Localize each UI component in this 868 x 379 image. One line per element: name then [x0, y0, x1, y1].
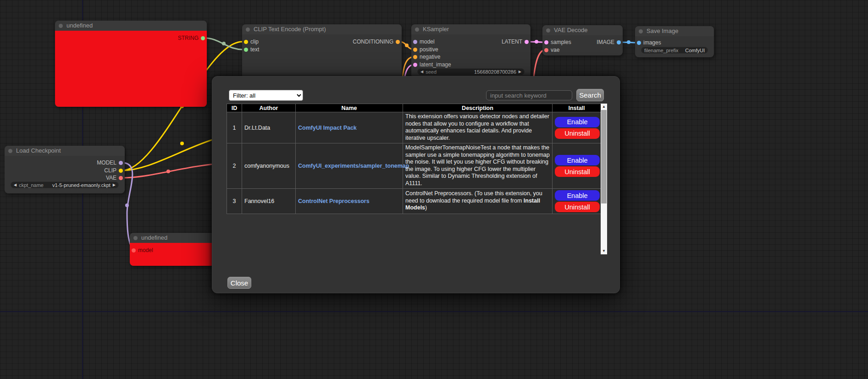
uninstall-button[interactable]: Uninstall: [555, 166, 600, 177]
latent-port-icon[interactable]: [525, 40, 529, 44]
header-name: Name: [296, 104, 403, 112]
increment-arrow-icon[interactable]: ▶: [519, 68, 521, 75]
input-slot-text[interactable]: text: [244, 46, 259, 53]
extensions-table: ID Author Name Description Install 1 Dr.…: [227, 104, 601, 214]
input-slot-images[interactable]: images: [637, 39, 661, 46]
node-title: CLIP Text Encode (Prompt): [254, 26, 326, 33]
input-slot-model[interactable]: model: [132, 247, 153, 254]
row-author: comfyanonymous: [242, 143, 296, 189]
clip-port-icon[interactable]: [119, 169, 123, 173]
filename-prefix-widget[interactable]: filename_prefix ComfyUI: [641, 47, 708, 54]
vae-port-icon[interactable]: [119, 176, 123, 180]
scrollbar-up-arrow-icon[interactable]: ▲: [601, 104, 607, 110]
row-author: Dr.Lt.Data: [242, 112, 296, 143]
row-id: 2: [227, 143, 242, 189]
input-slot-clip[interactable]: clip: [244, 38, 259, 45]
enable-button[interactable]: Enable: [555, 117, 600, 127]
model-port-icon[interactable]: [132, 248, 136, 253]
node-graph-canvas[interactable]: undefined STRING CLIP Text Encode (Promp…: [0, 0, 868, 379]
row-id: 3: [227, 189, 242, 214]
input-slot-model[interactable]: model: [413, 38, 435, 45]
node-undefined-bottom[interactable]: undefined model: [130, 233, 215, 266]
collapse-dot-icon[interactable]: [8, 149, 12, 153]
table-row: 3 Fannovel16 ControlNet Preprocessors Co…: [227, 189, 601, 214]
table-row: 1 Dr.Lt.Data ComfyUI Impact Pack This ex…: [227, 112, 601, 143]
node-undefined-top[interactable]: undefined STRING: [55, 21, 207, 107]
model-port-icon[interactable]: [413, 40, 417, 44]
collapse-dot-icon[interactable]: [59, 24, 63, 28]
uninstall-button[interactable]: Uninstall: [555, 202, 600, 212]
scrollbar[interactable]: ▲ ▼: [601, 104, 607, 254]
node-title-bar[interactable]: Save Image: [635, 26, 714, 36]
input-slot-negative[interactable]: negative: [413, 53, 440, 60]
row-name-link[interactable]: ComfyUI_experiments/sampler_tonemap: [298, 163, 409, 169]
uninstall-button[interactable]: Uninstall: [555, 128, 600, 139]
collapse-dot-icon[interactable]: [415, 27, 419, 32]
input-slot-samples[interactable]: samples: [544, 38, 571, 46]
header-description: Description: [403, 104, 553, 112]
collapse-dot-icon[interactable]: [639, 29, 643, 33]
model-port-icon[interactable]: [119, 161, 123, 165]
node-ksampler[interactable]: KSampler model positive negative latent_…: [411, 24, 531, 78]
table-row: 2 comfyanonymous ComfyUI_experiments/sam…: [227, 143, 601, 189]
output-slot-conditioning[interactable]: CONDITIONING: [353, 38, 400, 45]
filter-select[interactable]: Filter: all: [229, 90, 303, 101]
conditioning-port-icon[interactable]: [413, 48, 417, 52]
scrollbar-down-arrow-icon[interactable]: ▼: [601, 248, 607, 254]
row-name-link[interactable]: ComfyUI Impact Pack: [298, 125, 357, 131]
conditioning-port-icon[interactable]: [396, 40, 400, 44]
string-port-icon[interactable]: [201, 36, 205, 40]
collapse-dot-icon[interactable]: [133, 236, 138, 240]
output-slot-model[interactable]: MODEL: [97, 159, 123, 166]
scrollbar-thumb[interactable]: [601, 110, 607, 203]
node-load-checkpoint[interactable]: Load Checkpoint MODEL CLIP VAE ◀ ckpt_na…: [5, 146, 125, 193]
extensions-table-body: 1 Dr.Lt.Data ComfyUI Impact Pack This ex…: [227, 112, 601, 214]
image-port-icon[interactable]: [637, 41, 641, 45]
decrement-arrow-icon[interactable]: ◀: [420, 68, 423, 75]
row-install-cell: Enable Uninstall: [553, 189, 601, 214]
header-install: Install: [553, 104, 601, 112]
enable-button[interactable]: Enable: [555, 190, 600, 201]
input-slot-positive[interactable]: positive: [413, 46, 438, 53]
node-title-bar[interactable]: undefined: [55, 21, 207, 31]
row-description: ModelSamplerTonemapNoiseTest a node that…: [403, 143, 553, 189]
row-install-cell: Enable Uninstall: [553, 143, 601, 189]
collapse-dot-icon[interactable]: [546, 28, 550, 33]
node-title-bar[interactable]: KSampler: [411, 24, 531, 34]
output-slot-string[interactable]: STRING: [178, 34, 205, 42]
node-title-bar[interactable]: undefined: [130, 233, 215, 243]
latent-port-icon[interactable]: [413, 63, 417, 67]
enable-button[interactable]: Enable: [555, 155, 600, 165]
collapse-dot-icon[interactable]: [246, 27, 250, 32]
output-slot-image[interactable]: IMAGE: [597, 38, 621, 46]
node-title-bar[interactable]: VAE Decode: [542, 25, 623, 35]
close-button[interactable]: Close: [227, 277, 251, 289]
string-port-icon[interactable]: [244, 48, 248, 52]
table-header-row: ID Author Name Description Install: [227, 104, 601, 112]
node-save-image[interactable]: Save Image images filename_prefix ComfyU…: [635, 26, 714, 57]
row-name-link[interactable]: ControlNet Preprocessors: [298, 198, 370, 204]
ckpt-name-widget[interactable]: ◀ ckpt_name v1-5-pruned-emaonly.ckpt ▶: [11, 181, 119, 188]
input-slot-vae[interactable]: vae: [544, 46, 559, 54]
node-title: Load Checkpoint: [16, 147, 61, 154]
output-slot-latent[interactable]: LATENT: [502, 38, 529, 45]
conditioning-port-icon[interactable]: [413, 55, 417, 59]
node-title-bar[interactable]: Load Checkpoint: [5, 146, 125, 156]
search-input[interactable]: [486, 90, 572, 100]
seed-widget[interactable]: ◀ seed 156680208700286 ▶: [417, 68, 525, 75]
output-slot-clip[interactable]: CLIP: [104, 167, 123, 174]
header-author: Author: [242, 104, 296, 112]
latent-port-icon[interactable]: [544, 40, 548, 44]
input-slot-latent-image[interactable]: latent_image: [413, 61, 451, 68]
image-port-icon[interactable]: [617, 40, 621, 44]
previous-arrow-icon[interactable]: ◀: [14, 181, 17, 188]
extensions-table-container: ID Author Name Description Install 1 Dr.…: [227, 104, 607, 254]
output-slot-vae[interactable]: VAE: [106, 174, 123, 181]
node-title-bar[interactable]: CLIP Text Encode (Prompt): [242, 24, 402, 34]
clip-port-icon[interactable]: [244, 40, 248, 44]
next-arrow-icon[interactable]: ▶: [113, 181, 116, 188]
search-button[interactable]: Search: [576, 89, 604, 101]
vae-port-icon[interactable]: [544, 48, 548, 52]
node-vae-decode[interactable]: VAE Decode samples vae IMAGE: [542, 25, 623, 55]
header-id: ID: [227, 104, 242, 112]
